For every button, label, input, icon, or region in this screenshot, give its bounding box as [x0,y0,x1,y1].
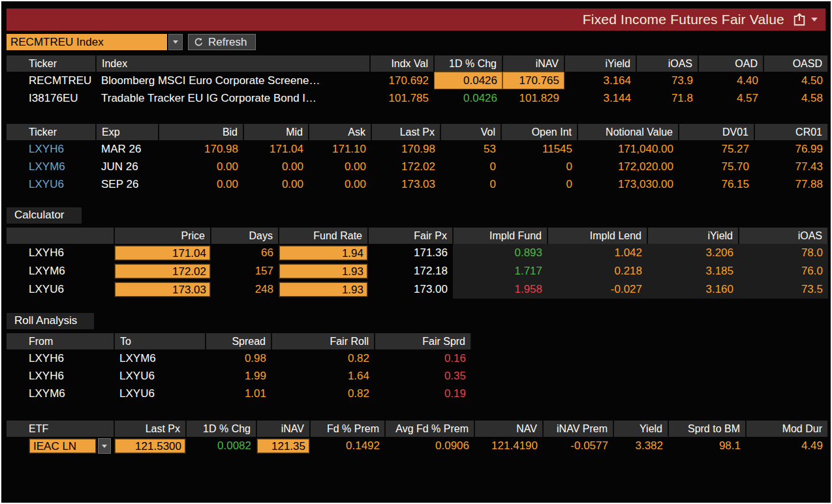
table-row: LXYM6 JUN 26 0.00 0.00 0.00 172.02 0 0 1… [7,158,828,175]
cell-fd-prem: 0.1492 [310,437,385,455]
cell-iyield: 3.164 [564,72,636,89]
cell-fair-roll: 0.82 [271,385,375,402]
col-header-ticker: Ticker [7,55,96,72]
cell-ioas: 78.0 [739,244,828,262]
chevron-down-icon [102,445,107,448]
index-table-header-row: Ticker Index Indx Val 1D % Chg iNAV iYie… [7,55,828,72]
cell-inav: 101.829 [502,89,564,107]
cell-fair-roll: 1.64 [271,367,375,385]
refresh-button[interactable]: Refresh [188,34,256,50]
roll-analysis-table: From To Spread Fair Roll Fair Sprd LXYH6… [7,333,472,402]
col-header-vol: Vol [440,124,501,140]
cell-days: 157 [211,262,279,280]
cell-fair-px: 171.36 [368,244,453,262]
cell-impld-fund: 1.958 [453,280,547,299]
cell-to: LXYU6 [114,367,206,385]
cell-impld-lend: -0.027 [547,280,647,299]
cell-fair-sprd: 0.19 [375,385,471,402]
toolbar: RECMTREU Index Refresh [7,34,831,50]
cell-etf: IEAC LN [7,437,114,455]
fund-rate-input[interactable]: 1.93 [279,263,368,279]
col-header-ticker: Ticker [7,124,96,140]
col-header-ask: Ask [309,124,371,140]
col-header-ioas: iOAS [636,55,698,72]
export-button[interactable] [792,12,818,27]
col-header-bid: Bid [159,124,243,140]
cell-price: 173.03 [114,280,211,299]
futures-table: Ticker Exp Bid Mid Ask Last Px Vol Open … [7,124,829,193]
export-menu-caret-icon[interactable] [811,18,818,22]
cell-1d-chg: 0.0426 [434,89,502,107]
cell-cr01: 77.43 [754,158,828,175]
calculator-header-row: Price Days Fund Rate Fair Px Impld Fund … [7,228,828,244]
cell-fair-px: 172.18 [368,262,453,280]
cell-notional-value: 172,020.00 [578,158,679,175]
table-row: RECMTREU Bloomberg MSCI Euro Corporate S… [7,72,828,89]
col-header-cr01: CR01 [754,124,828,140]
price-input[interactable]: 171.04 [114,245,211,261]
col-header-fund-rate: Fund Rate [279,228,368,244]
cell-dv01: 75.70 [679,158,754,175]
fund-rate-input[interactable]: 1.94 [279,245,368,261]
cell-vol: 0 [440,158,501,175]
security-dropdown-button[interactable] [168,34,183,50]
price-input[interactable]: 173.03 [114,282,211,297]
table-row: LXYH6 MAR 26 170.98 171.04 171.10 170.98… [7,140,828,158]
cell-iyield: 3.206 [647,244,739,262]
table-row: LXYM6 LXYU6 1.01 0.82 0.19 [7,385,471,402]
fund-rate-input[interactable]: 1.93 [279,282,368,297]
calculator-section-label: Calculator [7,207,82,224]
col-header-iyield: iYield [564,55,636,72]
cell-oad: 4.57 [698,89,763,107]
cell-ask: 0.00 [309,158,371,175]
col-header-1d-chg: 1D % Chg [186,421,256,437]
cell-nav: 121.4190 [474,437,543,455]
col-header-open-int: Open Int [501,124,578,140]
cell-cr01: 77.88 [754,175,828,193]
col-header-days: Days [211,228,279,244]
cell-index-name: Tradable Tracker EU IG Corporate Bond I… [96,89,370,107]
etf-inav-input[interactable]: 121.35 [256,438,310,454]
cell-oasd: 4.58 [763,89,828,107]
cell-price: 171.04 [114,244,211,262]
col-header-iyield: iYield [647,228,739,244]
col-header-from: From [7,333,114,349]
security-select[interactable]: RECMTREU Index [7,34,167,50]
cell-fair-px: 173.00 [368,280,453,299]
cell-ticker: LXYH6 [7,140,96,158]
cell-from: LXYM6 [7,385,114,402]
cell-impld-fund: 0.893 [453,244,547,262]
cell-spread: 0.98 [206,349,271,367]
cell-cr01: 76.99 [754,140,828,158]
cell-open-int: 0 [501,175,578,193]
cell-iyield: 3.185 [647,262,739,280]
cell-days: 66 [211,244,279,262]
table-row: LXYU6 173.03 248 1.93 173.00 1.958 -0.02… [7,280,828,299]
cell-notional-value: 173,030.00 [578,175,679,193]
col-header-last-px: Last Px [371,124,440,140]
cell-exp: SEP 26 [96,175,159,193]
cell-ask: 0.00 [309,175,371,193]
cell-ticker: LXYM6 [7,262,114,280]
table-row: IEAC LN 121.5300 0.0082 121.35 0.1492 0.… [7,437,828,455]
col-header-ioas: iOAS [739,228,828,244]
etf-last-px-input[interactable]: 121.5300 [114,438,186,454]
col-header-mid: Mid [243,124,309,140]
table-row: LXYM6 172.02 157 1.93 172.18 1.717 0.218… [7,262,828,280]
cell-open-int: 11545 [501,140,578,158]
cell-impld-lend: 0.218 [547,262,647,280]
cell-ticker: LXYH6 [7,244,114,262]
col-header-indx-val: Indx Val [370,55,434,72]
price-input[interactable]: 172.02 [114,263,211,279]
etf-dropdown-button[interactable] [98,438,111,454]
cell-impld-lend: 1.042 [547,244,647,262]
cell-fund-rate: 1.93 [279,280,368,299]
cell-last-px: 170.98 [371,140,440,158]
col-header-fair-roll: Fair Roll [271,333,375,349]
cell-inav: 121.35 [256,437,310,455]
cell-ticker: LXYU6 [7,175,96,193]
table-row: LXYU6 SEP 26 0.00 0.00 0.00 173.03 0 0 1… [7,175,828,193]
etf-select[interactable]: IEAC LN [29,438,97,454]
cell-indx-val: 101.785 [370,89,434,107]
cell-bid: 0.00 [159,158,243,175]
